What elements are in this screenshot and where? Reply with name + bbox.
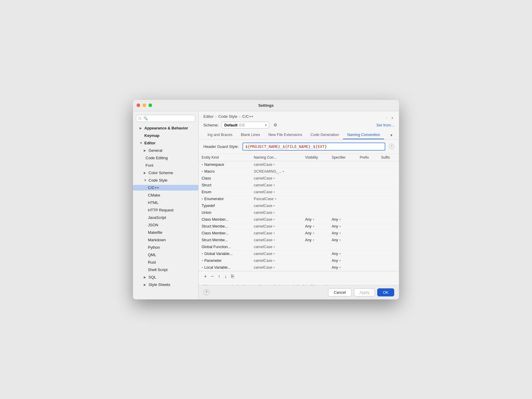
table-row[interactable]: ▾NamespacecamelCase ▾ [199,161,399,168]
table-row[interactable]: Class Member...camelCase ▾Any ▾Any ▾ [199,216,399,223]
cell-specifier[interactable]: Any ▾ [329,230,357,236]
table-row[interactable]: Struct Membe...camelCase ▾Any ▾Any ▾ [199,223,399,230]
tab-naming[interactable]: Naming Convention [343,131,384,139]
table-row[interactable]: ClasscamelCase ▾ [199,175,399,182]
ok-button[interactable]: OK [377,288,394,296]
cell-visibility[interactable]: Any ▾ [302,223,329,230]
sidebar-item-code-style[interactable]: ▼ Code Style [133,177,198,184]
sidebar-item-python[interactable]: Python [133,244,198,251]
cell-naming[interactable]: camelCase ▾ [251,264,302,271]
cell-naming[interactable]: camelCase ▾ [251,257,302,264]
table-row[interactable]: EnumcamelCase ▾ [199,188,399,195]
cell-specifier [329,209,357,216]
maximize-button[interactable] [149,103,152,107]
cell-naming[interactable]: camelCase ▾ [251,182,302,188]
cell-naming[interactable]: camelCase ▾ [251,175,302,182]
gear-button[interactable]: ⚙ [272,122,279,128]
tab-braces[interactable]: ing and Braces [203,131,236,139]
cell-naming[interactable]: camelCase ▾ [251,250,302,257]
sidebar-item-json[interactable]: JSON [133,221,198,229]
naming-dropdown-arrow-icon: ▾ [273,245,275,248]
table-row[interactable]: Class Member...camelCase ▾Any ▾Any ▾ [199,230,399,236]
cell-naming[interactable]: camelCase ▾ [251,223,302,230]
cell-naming[interactable]: camelCase ▾ [251,188,302,195]
scheme-select[interactable]: Default IDE ▾ [222,122,269,129]
header-guard-input[interactable] [242,143,385,151]
table-row[interactable]: Global Function...camelCase ▾ [199,243,399,250]
sidebar-item-style-sheets[interactable]: ▶ Style Sheets [133,281,198,288]
cell-naming[interactable]: SCREAMING_... ▾ [251,168,302,175]
specifier-label: Any [332,259,338,263]
table-row[interactable]: ▾ParametercamelCase ▾Any ▾ [199,257,399,264]
cell-specifier[interactable]: Any ▾ [329,223,357,230]
tab-blank-lines[interactable]: Blank Lines [236,131,264,139]
help-icon[interactable]: ? [389,144,394,149]
sidebar-item-sql[interactable]: ▶ SQL [133,273,198,281]
help-button[interactable]: ? [203,289,209,295]
table-row[interactable]: ▾Global Variable...camelCase ▾Any ▾ [199,250,399,257]
sidebar-item-qml[interactable]: QML [133,251,198,259]
sidebar-item-editor[interactable]: ▼ Editor [133,139,198,147]
move-down-button[interactable]: ↓ [223,273,228,280]
cell-naming[interactable]: camelCase ▾ [251,236,302,243]
cell-prefix [357,250,378,257]
table-row[interactable]: ▾EnumeratorPascalCase ▾ [199,195,399,202]
cell-specifier[interactable]: Any ▾ [329,257,357,264]
sidebar-item-code-editing[interactable]: Code Editing [133,154,198,162]
naming-dropdown-arrow-icon: ▾ [273,163,275,166]
entity-dropdown-arrow-icon: ▾ [202,259,203,262]
cell-naming[interactable]: camelCase ▾ [251,230,302,236]
sidebar-item-cpp[interactable]: C/C++ [133,184,198,191]
search-input[interactable] [136,115,195,122]
cell-naming[interactable]: camelCase ▾ [251,202,302,209]
table-row[interactable]: ▾Local Variable...camelCase ▾Any ▾ [199,264,399,271]
cell-specifier[interactable]: Any ▾ [329,236,357,243]
add-button[interactable]: + [203,273,208,280]
cell-specifier[interactable]: Any ▾ [329,216,357,223]
sidebar-item-general[interactable]: ▶ General [133,147,198,154]
copy-button[interactable]: ⎘ [230,273,235,280]
cell-visibility[interactable]: Any ▾ [302,230,329,236]
tab-code-gen[interactable]: Code Generation [306,131,343,139]
minimize-button[interactable] [143,103,146,107]
cell-naming[interactable]: camelCase ▾ [251,209,302,216]
tabs-more-icon[interactable]: ▾ [389,132,394,139]
sidebar-item-cmake[interactable]: CMake [133,191,198,199]
cell-visibility[interactable]: Any ▾ [302,216,329,223]
sidebar-item-makefile[interactable]: Makefile [133,229,198,236]
sidebar-item-html[interactable]: HTML [133,199,198,206]
cell-specifier[interactable]: Any ▾ [329,264,357,271]
cell-naming[interactable]: camelCase ▾ [251,216,302,223]
move-up-button[interactable]: ↑ [217,273,222,280]
sidebar-item-font[interactable]: Font [133,162,198,169]
sidebar-item-color-scheme[interactable]: ▶ Color Scheme [133,169,198,177]
cell-entity: ▾Macro [199,168,251,175]
table-row[interactable]: UnioncamelCase ▾ [199,209,399,216]
remove-button[interactable]: − [210,273,215,280]
cell-naming[interactable]: PascalCase ▾ [251,195,302,202]
table-row[interactable]: StructcamelCase ▾ [199,182,399,188]
sidebar-item-shell-script[interactable]: Shell Script [133,266,198,273]
sidebar-item-rust[interactable]: Rust [133,259,198,266]
sidebar-item-javascript[interactable]: JavaScript [133,214,198,221]
sidebar-item-markdown[interactable]: Markdown [133,236,198,244]
set-from-button[interactable]: Set from... [376,123,394,127]
table-row[interactable]: ▾MacroSCREAMING_... ▾ [199,168,399,175]
cancel-button[interactable]: Cancel [328,288,351,296]
apply-button[interactable]: Apply [354,288,375,296]
specifier-arrow-icon: ▾ [339,266,341,269]
table-row[interactable]: TypedefcamelCase ▾ [199,202,399,209]
entity-label: Namespace [204,163,224,167]
tab-new-file[interactable]: New File Extensions [264,131,306,139]
cell-naming[interactable]: camelCase ▾ [251,243,302,250]
close-button[interactable] [137,103,140,107]
table-row[interactable]: Struct Membe...camelCase ▾Any ▾Any ▾ [199,236,399,243]
sidebar-item-http-request[interactable]: HTTP Request [133,206,198,214]
cell-specifier[interactable]: Any ▾ [329,250,357,257]
forward-button[interactable]: › [390,115,394,121]
cell-naming[interactable]: camelCase ▾ [251,161,302,168]
back-button[interactable]: ‹ [384,115,388,121]
sidebar-item-keymap[interactable]: ▶ Keymap [133,132,198,139]
cell-visibility[interactable]: Any ▾ [302,236,329,243]
sidebar-item-appearance[interactable]: ▶ Appearance & Behavior [133,124,198,132]
